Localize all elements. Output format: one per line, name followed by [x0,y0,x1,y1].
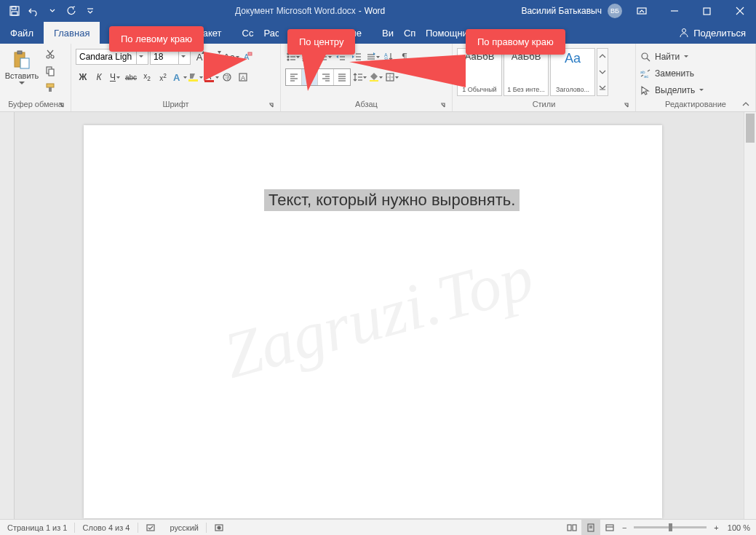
app-name: Word [365,6,385,16]
highlight-button[interactable] [188,69,202,85]
strikethrough-button[interactable]: abc [124,69,138,85]
callout-align-center: По центру [287,29,355,55]
align-justify-button[interactable] [334,69,350,85]
avatar: ВБ [608,4,622,18]
zoom-in-button[interactable]: + [711,520,721,535]
save-button[interactable] [6,2,23,20]
quick-access-toolbar [0,2,99,20]
document-name: Документ Microsoft Word.docx [235,6,356,16]
callout-align-left: По левому краю [109,26,204,52]
svg-rect-89 [573,525,576,531]
paragraph-launcher[interactable] [439,101,447,110]
status-proofing[interactable] [138,520,163,535]
svg-rect-18 [49,69,54,76]
tab-help[interactable]: Справка [394,22,415,44]
user-name: Василий Батькавыч [521,6,602,16]
styles-launcher[interactable] [622,101,631,110]
tab-view[interactable]: Вид [372,22,394,44]
svg-text:A: A [173,72,180,83]
account-area[interactable]: Василий Батькавыч ВБ [521,4,625,18]
status-bar: Страница 1 из 1 Слово 4 из 4 русский − +… [0,519,756,535]
ribbon-display-options[interactable] [625,0,658,22]
svg-rect-19 [47,84,54,87]
svg-point-9 [683,29,686,33]
undo-button[interactable] [25,2,42,20]
style-no-spacing[interactable]: АаБбВ1 Без инте... [504,48,549,96]
svg-rect-20 [49,87,52,92]
callout-align-right: По правому краю [466,29,565,55]
scrollbar-thumb[interactable] [746,114,755,143]
font-launcher[interactable] [267,101,276,110]
subscript-button[interactable]: x2 [140,69,154,85]
tab-references[interactable]: Ссылки [232,22,254,44]
zoom-slider[interactable] [634,526,707,528]
svg-rect-22 [248,52,252,55]
collapse-ribbon-button[interactable] [741,98,752,108]
svg-rect-85 [147,525,154,531]
replace-button[interactable]: abacЗаменить [640,66,704,81]
redo-button[interactable] [63,2,80,20]
clipboard-launcher[interactable] [57,101,66,110]
italic-button[interactable]: К [92,69,106,85]
qat-dropdown[interactable] [44,2,61,20]
page[interactable]: Текст, который нужно выровнять. [84,125,662,518]
svg-point-81 [642,53,648,59]
svg-point-13 [47,55,49,58]
svg-rect-88 [568,525,571,531]
group-clipboard: Вставить Буфер обмена [0,44,71,111]
status-page[interactable]: Страница 1 из 1 [0,520,74,535]
svg-point-87 [218,526,220,529]
paste-button[interactable]: Вставить [4,47,39,84]
copy-button[interactable] [42,63,58,78]
zoom-out-button[interactable]: − [619,520,629,535]
style-heading1[interactable]: АаЗаголово... [550,48,595,96]
qat-customize[interactable] [81,2,99,20]
svg-point-35 [287,59,289,60]
vertical-ruler[interactable] [0,112,15,519]
maximize-button[interactable] [691,0,723,22]
bold-button[interactable]: Ж [76,69,90,85]
text-effects-button[interactable]: A [172,69,186,85]
format-painter-button[interactable] [42,80,58,95]
underline-button[interactable]: Ч [108,69,122,85]
status-language[interactable]: русский [163,520,206,535]
minimize-button[interactable] [658,0,691,22]
view-print-layout[interactable] [581,520,600,536]
superscript-button[interactable]: x2 [156,69,170,85]
svg-rect-4 [637,8,646,14]
tab-file[interactable]: Файл [0,22,44,44]
status-macro[interactable] [207,520,231,535]
group-editing: Найти abacЗаменить Выделить Редактирован… [636,44,756,111]
view-web-layout[interactable] [600,520,619,536]
view-read-mode[interactable] [562,520,581,536]
align-left-button[interactable] [286,69,302,85]
svg-text:ac: ac [644,74,648,79]
svg-rect-12 [20,58,29,68]
tab-mailings[interactable]: Рассылки [254,22,279,44]
styles-gallery-more[interactable] [597,48,608,96]
window-title: Документ Microsoft Word.docx - Word [99,6,521,16]
svg-rect-24 [188,79,198,82]
svg-point-14 [51,55,54,58]
group-font: Candara Ligh 18 A A Aa A Ж К Ч abc x2 x2… [71,44,281,111]
share-button[interactable]: Поделиться [669,22,756,44]
selected-text[interactable]: Текст, который нужно выровнять. [264,189,520,211]
svg-line-82 [647,58,650,61]
cut-button[interactable] [42,47,58,61]
select-button[interactable]: Выделить [640,83,704,98]
svg-rect-2 [12,12,17,15]
svg-rect-6 [704,8,710,15]
svg-rect-93 [606,525,613,531]
svg-rect-11 [17,51,22,54]
find-button[interactable]: Найти [640,49,704,64]
zoom-percent[interactable]: 100 % [722,523,756,532]
svg-point-33 [287,56,289,58]
document-area: Текст, который нужно выровнять. Zagruzi.… [0,112,756,519]
close-button[interactable] [723,0,756,22]
svg-rect-1 [12,7,16,9]
status-words[interactable]: Слово 4 из 4 [75,520,137,535]
tab-home[interactable]: Главная [44,22,100,44]
vertical-scrollbar[interactable] [744,112,756,519]
title-bar: Документ Microsoft Word.docx - Word Васи… [0,0,756,22]
